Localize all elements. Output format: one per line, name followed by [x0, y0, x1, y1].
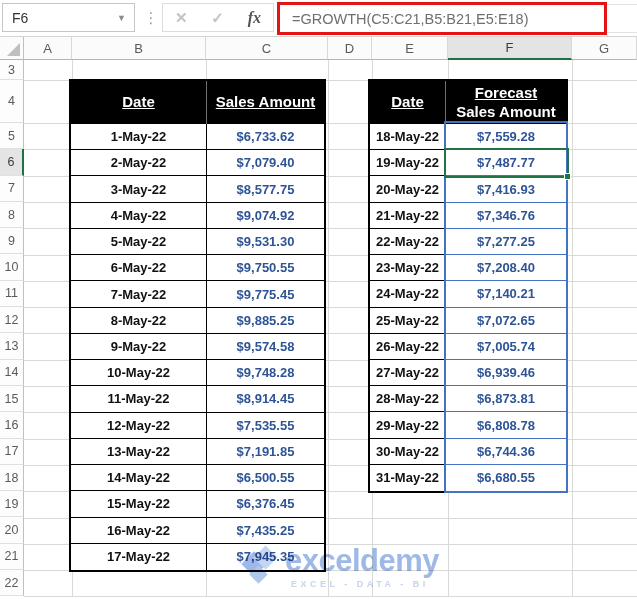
column-header[interactable]: D	[328, 37, 372, 60]
sales-header-amount[interactable]: Sales Amount	[207, 81, 324, 124]
forecast-amount-cell[interactable]: $7,140.21	[446, 281, 566, 307]
row-header[interactable]: 5	[0, 123, 24, 149]
forecast-amount-cell[interactable]: $6,873.81	[446, 386, 566, 412]
date-cell[interactable]: 12-May-22	[71, 413, 207, 439]
date-cell[interactable]: 4-May-22	[71, 203, 207, 229]
date-cell[interactable]: 30-May-22	[370, 439, 446, 465]
date-cell[interactable]: 17-May-22	[71, 544, 207, 570]
amount-cell[interactable]: $6,733.62	[207, 124, 324, 150]
row-header[interactable]: 19	[0, 491, 24, 517]
date-cell[interactable]: 15-May-22	[71, 491, 207, 517]
date-cell[interactable]: 5-May-22	[71, 229, 207, 255]
column-header[interactable]: A	[24, 37, 72, 60]
column-header[interactable]: G	[572, 37, 637, 60]
forecast-amount-cell[interactable]: $6,680.55	[446, 465, 566, 491]
date-cell[interactable]: 22-May-22	[370, 229, 446, 255]
row-header[interactable]: 4	[0, 80, 24, 123]
date-cell[interactable]: 25-May-22	[370, 308, 446, 334]
date-cell[interactable]: 7-May-22	[71, 281, 207, 307]
forecast-amount-cell[interactable]: $7,072.65	[446, 308, 566, 334]
active-cell-outline[interactable]	[444, 148, 569, 178]
column-header[interactable]: C	[206, 37, 328, 60]
date-cell[interactable]: 31-May-22	[370, 465, 446, 491]
amount-cell[interactable]: $7,079.40	[207, 150, 324, 176]
date-cell[interactable]: 23-May-22	[370, 255, 446, 281]
row-header[interactable]: 14	[0, 360, 24, 386]
name-box[interactable]: F6 ▼	[2, 3, 135, 32]
date-cell[interactable]: 27-May-22	[370, 360, 446, 386]
amount-cell[interactable]: $9,531.30	[207, 229, 324, 255]
row-header[interactable]: 6	[0, 149, 24, 175]
row-header[interactable]: 8	[0, 202, 24, 228]
amount-cell[interactable]: $9,074.92	[207, 203, 324, 229]
column-header[interactable]: F	[448, 37, 572, 60]
row-header[interactable]: 13	[0, 333, 24, 359]
date-cell[interactable]: 14-May-22	[71, 465, 207, 491]
date-cell[interactable]: 19-May-22	[370, 150, 446, 176]
date-cell[interactable]: 3-May-22	[71, 176, 207, 202]
amount-cell[interactable]: $9,750.55	[207, 255, 324, 281]
amount-cell[interactable]: $9,775.45	[207, 281, 324, 307]
forecast-amount-cell[interactable]: $6,744.36	[446, 439, 566, 465]
enter-icon[interactable]: ✓	[211, 9, 224, 27]
row-header[interactable]: 10	[0, 254, 24, 280]
row-header[interactable]: 3	[0, 60, 24, 80]
row-header[interactable]: 7	[0, 176, 24, 202]
row-header[interactable]: 16	[0, 412, 24, 438]
forecast-header-date[interactable]: Date	[370, 81, 446, 124]
row-header[interactable]: 18	[0, 465, 24, 491]
column-header[interactable]: B	[72, 37, 206, 60]
select-all-corner[interactable]	[0, 37, 24, 60]
row-header[interactable]: 12	[0, 307, 24, 333]
row-header[interactable]: 17	[0, 439, 24, 465]
insert-function-icon[interactable]: fx	[248, 9, 261, 27]
row-header[interactable]: 15	[0, 386, 24, 412]
date-cell[interactable]: 16-May-22	[71, 518, 207, 544]
amount-cell[interactable]: $7,435.25	[207, 518, 324, 544]
fill-handle[interactable]	[564, 173, 571, 180]
forecast-amount-cell[interactable]: $7,005.74	[446, 334, 566, 360]
row-header[interactable]: 11	[0, 281, 24, 307]
date-cell[interactable]: 13-May-22	[71, 439, 207, 465]
sales-header-date[interactable]: Date	[71, 81, 207, 124]
date-cell[interactable]: 9-May-22	[71, 334, 207, 360]
row-header[interactable]: 22	[0, 570, 24, 596]
date-cell[interactable]: 1-May-22	[71, 124, 207, 150]
forecast-amount-cell[interactable]: $7,416.93	[446, 176, 566, 202]
amount-cell[interactable]: $8,914.45	[207, 386, 324, 412]
amount-cell[interactable]: $9,574.58	[207, 334, 324, 360]
amount-cell[interactable]: $6,500.55	[207, 465, 324, 491]
forecast-amount-cell[interactable]: $7,208.40	[446, 255, 566, 281]
column-header[interactable]: E	[372, 37, 448, 60]
forecast-amount-cell[interactable]: $6,939.46	[446, 360, 566, 386]
date-cell[interactable]: 29-May-22	[370, 412, 446, 438]
formula-input[interactable]: =GROWTH(C5:C21,B5:B21,E5:E18)	[280, 11, 529, 27]
date-cell[interactable]: 18-May-22	[370, 124, 446, 150]
date-cell[interactable]: 6-May-22	[71, 255, 207, 281]
amount-cell[interactable]: $9,748.28	[207, 360, 324, 386]
forecast-amount-cell[interactable]: $7,559.28	[446, 124, 566, 150]
forecast-amount-cell[interactable]: $7,346.76	[446, 203, 566, 229]
date-cell[interactable]: 8-May-22	[71, 308, 207, 334]
date-cell[interactable]: 26-May-22	[370, 334, 446, 360]
chevron-down-icon[interactable]: ▼	[117, 13, 134, 23]
date-cell[interactable]: 2-May-22	[71, 150, 207, 176]
amount-cell[interactable]: $8,577.75	[207, 176, 324, 202]
amount-cell[interactable]: $6,376.45	[207, 491, 324, 517]
cancel-icon[interactable]: ✕	[175, 9, 188, 27]
row-header[interactable]: 9	[0, 228, 24, 254]
amount-cell[interactable]: $7,535.55	[207, 413, 324, 439]
date-cell[interactable]: 10-May-22	[71, 360, 207, 386]
amount-cell[interactable]: $7,191.85	[207, 439, 324, 465]
row-header[interactable]: 20	[0, 517, 24, 543]
date-cell[interactable]: 21-May-22	[370, 203, 446, 229]
forecast-header-amount[interactable]: Forecast Sales Amount	[446, 81, 566, 124]
row-header[interactable]: 21	[0, 544, 24, 570]
date-cell[interactable]: 28-May-22	[370, 386, 446, 412]
forecast-amount-cell[interactable]: $6,808.78	[446, 412, 566, 438]
forecast-amount-cell[interactable]: $7,277.25	[446, 229, 566, 255]
amount-cell[interactable]: $9,885.25	[207, 308, 324, 334]
date-cell[interactable]: 24-May-22	[370, 281, 446, 307]
date-cell[interactable]: 20-May-22	[370, 176, 446, 202]
date-cell[interactable]: 11-May-22	[71, 386, 207, 412]
